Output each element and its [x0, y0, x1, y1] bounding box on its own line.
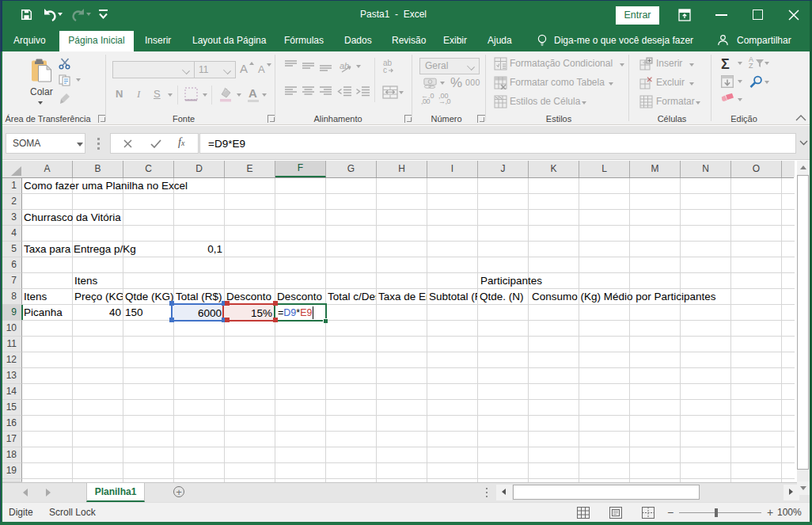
- svg-text:c: c: [383, 66, 387, 74]
- svg-text:ab: ab: [340, 61, 349, 70]
